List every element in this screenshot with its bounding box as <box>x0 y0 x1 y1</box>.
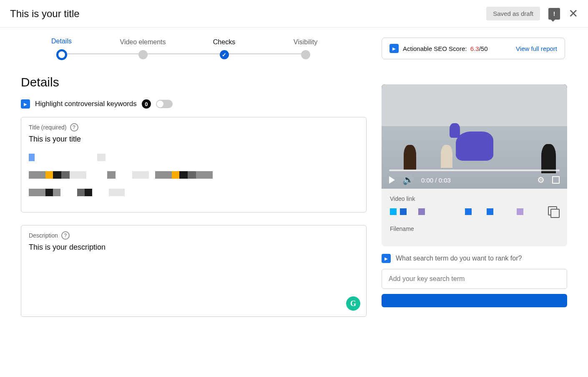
filename-label: Filename <box>390 225 559 232</box>
seo-score-max: /50 <box>479 45 488 52</box>
video-preview[interactable]: 🔊 0:00 / 0:03 ⚙ <box>382 84 567 189</box>
step-visibility[interactable]: Visibility <box>265 38 346 59</box>
seo-label: Actionable SEO Score: <box>403 45 467 52</box>
search-term-input[interactable] <box>382 269 567 289</box>
video-link-label: Video link <box>390 195 559 202</box>
step-circle-icon <box>56 49 67 60</box>
view-full-report-link[interactable]: View full report <box>516 45 557 52</box>
title-field-container: Title (required) ? <box>21 117 367 213</box>
play-icon[interactable] <box>389 176 395 184</box>
help-icon[interactable]: ? <box>61 231 70 240</box>
stepper: Details Video elements Checks Visibility <box>21 38 346 60</box>
video-meta-panel: Video link Filename <box>382 189 567 246</box>
extension-icon <box>21 99 30 109</box>
volume-icon[interactable]: 🔊 <box>402 175 414 185</box>
seo-score-box: Actionable SEO Score: 6.3/50 View full r… <box>382 38 565 59</box>
copy-icon[interactable] <box>548 206 559 217</box>
grammarly-icon[interactable] <box>346 296 360 311</box>
seo-score-value: 6.3 <box>470 45 479 52</box>
search-prompt-text: What search term do you want to rank for… <box>396 255 522 262</box>
section-heading: Details <box>21 75 367 89</box>
title-label: Title (required) <box>29 124 67 131</box>
video-link-value[interactable] <box>390 208 545 215</box>
title-skeleton <box>29 154 359 196</box>
title-input[interactable] <box>29 135 359 144</box>
step-details[interactable]: Details <box>21 38 102 60</box>
highlight-label: Highlight controversial keywords <box>35 100 137 108</box>
feedback-icon[interactable] <box>548 8 560 20</box>
gear-icon[interactable]: ⚙ <box>537 175 545 185</box>
saved-as-draft-badge: Saved as draft <box>486 7 540 20</box>
page-title: This is your title <box>10 8 80 20</box>
highlight-toggle[interactable] <box>156 100 173 108</box>
description-input[interactable]: This is your description <box>29 243 359 252</box>
step-circle-icon <box>138 50 148 59</box>
highlight-count-badge: 0 <box>142 99 151 109</box>
video-time: 0:00 / 0:03 <box>421 177 451 184</box>
description-label: Description <box>29 232 58 239</box>
description-field-container: Description ? This is your description <box>21 225 367 317</box>
step-circle-icon <box>301 50 310 59</box>
fullscreen-icon[interactable] <box>552 176 560 184</box>
extension-icon <box>389 44 399 53</box>
extension-icon <box>382 254 391 263</box>
step-check-icon <box>220 50 229 59</box>
cta-button[interactable] <box>382 294 567 307</box>
step-checks[interactable]: Checks <box>183 38 265 59</box>
help-icon[interactable]: ? <box>70 123 78 132</box>
step-video-elements[interactable]: Video elements <box>102 38 183 59</box>
close-icon[interactable]: ✕ <box>568 7 578 20</box>
